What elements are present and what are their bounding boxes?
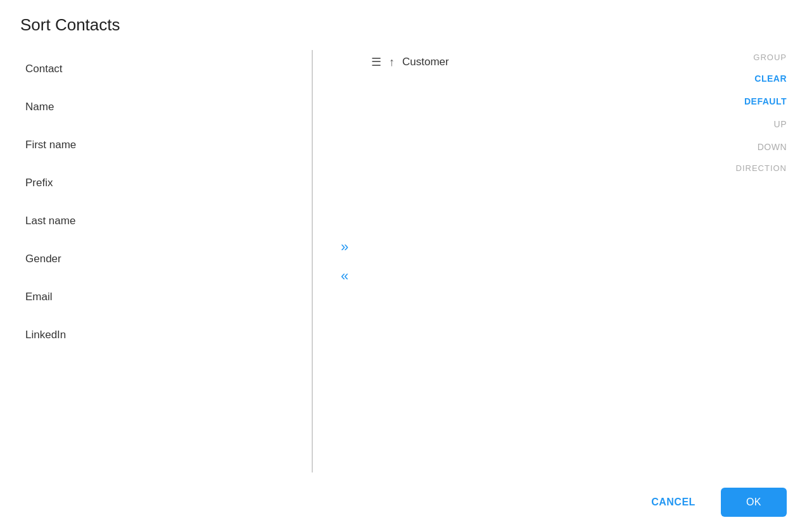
sort-up-arrow-icon: ↑	[389, 56, 395, 69]
list-item-contact[interactable]: Contact	[20, 50, 299, 88]
dialog-body: Contact Name First name Prefix Last name…	[20, 50, 787, 472]
sort-contacts-dialog: Sort Contacts Contact Name First name Pr…	[0, 0, 807, 532]
ok-button[interactable]: OK	[721, 488, 787, 517]
list-item-firstname[interactable]: First name	[20, 126, 299, 164]
dialog-footer: CANCEL OK	[20, 472, 787, 517]
down-button[interactable]: DOWN	[758, 138, 787, 156]
cancel-button[interactable]: CANCEL	[636, 489, 711, 516]
drag-handle-icon: ☰	[371, 55, 381, 69]
page-title: Sort Contacts	[20, 15, 787, 35]
sorted-item-customer[interactable]: ☰ ↑ Customer	[364, 50, 787, 74]
direction-label: DIRECTION	[736, 161, 787, 175]
list-item-gender[interactable]: Gender	[20, 240, 299, 278]
up-button[interactable]: UP	[774, 115, 787, 133]
list-item-prefix[interactable]: Prefix	[20, 164, 299, 202]
list-item-lastname[interactable]: Last name	[20, 202, 299, 240]
available-fields-list: Contact Name First name Prefix Last name…	[20, 50, 299, 472]
list-item-linkedin[interactable]: LinkedIn	[20, 316, 299, 354]
list-item-email[interactable]: Email	[20, 278, 299, 316]
sorted-item-label: Customer	[402, 56, 449, 68]
transfer-buttons-group: » «	[326, 50, 364, 472]
list-item-name[interactable]: Name	[20, 88, 299, 126]
remove-from-sort-button[interactable]: «	[338, 267, 351, 286]
sorted-fields-panel: ☰ ↑ Customer GROUP CLEAR DEFAULT UP DOWN…	[364, 50, 787, 472]
default-button[interactable]: DEFAULT	[744, 92, 787, 110]
panel-divider	[312, 50, 313, 472]
clear-button[interactable]: CLEAR	[754, 70, 787, 87]
group-label: GROUP	[753, 50, 787, 65]
right-actions-panel: GROUP CLEAR DEFAULT UP DOWN DIRECTION	[736, 50, 787, 175]
available-fields-panel: Contact Name First name Prefix Last name…	[20, 50, 299, 472]
add-to-sort-button[interactable]: »	[338, 238, 351, 256]
